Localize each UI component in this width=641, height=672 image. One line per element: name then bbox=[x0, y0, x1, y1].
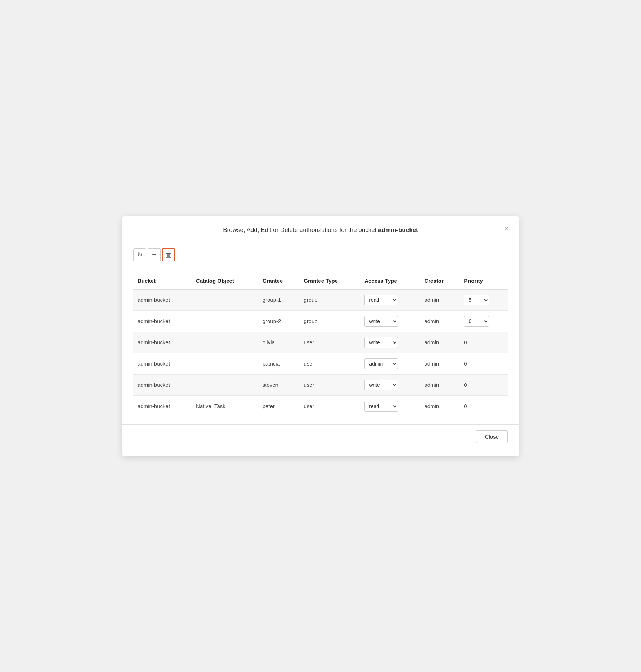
col-access-type: Access Type bbox=[360, 273, 420, 289]
cell-creator: admin bbox=[420, 353, 460, 374]
cell-access-type: readwriteadmin bbox=[360, 289, 420, 311]
cell-creator: admin bbox=[420, 310, 460, 332]
cell-grantee: steven bbox=[258, 374, 300, 395]
cell-grantee: peter bbox=[258, 395, 300, 417]
cell-grantee: group-2 bbox=[258, 310, 300, 332]
col-grantee-type: Grantee Type bbox=[299, 273, 360, 289]
cell-grantee-type: user bbox=[299, 332, 360, 353]
dialog-close-button[interactable]: × bbox=[501, 224, 511, 234]
cell-bucket: admin-bucket bbox=[133, 332, 192, 353]
refresh-button[interactable] bbox=[133, 248, 146, 261]
dialog-header: Browse, Add, Edit or Delete authorizatio… bbox=[122, 216, 519, 241]
cell-creator: admin bbox=[420, 374, 460, 395]
access-type-select[interactable]: readwriteadmin bbox=[364, 337, 398, 348]
cell-creator: admin bbox=[420, 289, 460, 311]
access-type-select[interactable]: readwriteadmin bbox=[364, 295, 398, 305]
cell-catalog-object bbox=[192, 374, 258, 395]
cell-grantee-type: user bbox=[299, 395, 360, 417]
cell-catalog-object: Native_Task bbox=[192, 395, 258, 417]
table-container: Bucket Catalog Object Grantee Grantee Ty… bbox=[122, 269, 519, 424]
col-priority: Priority bbox=[460, 273, 508, 289]
cell-creator: admin bbox=[420, 395, 460, 417]
table-header-row: Bucket Catalog Object Grantee Grantee Ty… bbox=[133, 273, 508, 289]
title-prefix: Browse, Add, Edit or Delete authorizatio… bbox=[223, 227, 378, 233]
priority-select[interactable]: 012345678910 bbox=[464, 295, 489, 305]
cell-access-type: readwriteadmin bbox=[360, 332, 420, 353]
table-row: admin-bucketstevenuserreadwriteadminadmi… bbox=[133, 374, 508, 395]
cell-access-type: readwriteadmin bbox=[360, 374, 420, 395]
priority-select[interactable]: 012345678910 bbox=[464, 316, 489, 327]
cell-grantee-type: group bbox=[299, 310, 360, 332]
cell-catalog-object bbox=[192, 289, 258, 311]
cell-priority: 0 bbox=[460, 332, 508, 353]
cell-catalog-object bbox=[192, 332, 258, 353]
table-row: admin-bucketgroup-1groupreadwriteadminad… bbox=[133, 289, 508, 311]
dialog-title: Browse, Add, Edit or Delete authorizatio… bbox=[223, 227, 418, 233]
cell-priority: 012345678910 bbox=[460, 310, 508, 332]
col-grantee: Grantee bbox=[258, 273, 300, 289]
refresh-icon bbox=[137, 251, 142, 259]
cell-grantee-type: group bbox=[299, 289, 360, 311]
access-type-select[interactable]: readwriteadmin bbox=[364, 401, 398, 412]
cell-grantee: patricia bbox=[258, 353, 300, 374]
cell-bucket: admin-bucket bbox=[133, 310, 192, 332]
cell-grantee-type: user bbox=[299, 374, 360, 395]
access-type-select[interactable]: readwriteadmin bbox=[364, 316, 398, 327]
cell-access-type: readwriteadmin bbox=[360, 395, 420, 417]
cell-bucket: admin-bucket bbox=[133, 353, 192, 374]
add-button[interactable] bbox=[148, 248, 161, 261]
cell-access-type: readwriteadmin bbox=[360, 353, 420, 374]
plus-icon bbox=[152, 251, 156, 259]
cell-priority: 0 bbox=[460, 395, 508, 417]
cell-creator: admin bbox=[420, 332, 460, 353]
trash-icon bbox=[166, 252, 171, 258]
access-type-select[interactable]: readwriteadmin bbox=[364, 380, 398, 390]
cell-priority: 0 bbox=[460, 353, 508, 374]
cell-grantee: group-1 bbox=[258, 289, 300, 311]
col-creator: Creator bbox=[420, 273, 460, 289]
cell-bucket: admin-bucket bbox=[133, 374, 192, 395]
cell-bucket: admin-bucket bbox=[133, 289, 192, 311]
table-row: admin-bucketpatriciauserreadwriteadminad… bbox=[133, 353, 508, 374]
table-body: admin-bucketgroup-1groupreadwriteadminad… bbox=[133, 289, 508, 417]
dialog-footer: Close bbox=[122, 424, 519, 449]
authorization-dialog: Browse, Add, Edit or Delete authorizatio… bbox=[122, 216, 519, 456]
table-row: admin-bucketNative_Taskpeteruserreadwrit… bbox=[133, 395, 508, 417]
cell-bucket: admin-bucket bbox=[133, 395, 192, 417]
table-row: admin-bucketoliviauserreadwriteadminadmi… bbox=[133, 332, 508, 353]
cell-grantee: olivia bbox=[258, 332, 300, 353]
toolbar bbox=[122, 241, 519, 269]
access-type-select[interactable]: readwriteadmin bbox=[364, 358, 398, 369]
cell-priority: 0 bbox=[460, 374, 508, 395]
col-bucket: Bucket bbox=[133, 273, 192, 289]
table-row: admin-bucketgroup-2groupreadwriteadminad… bbox=[133, 310, 508, 332]
delete-button[interactable] bbox=[162, 248, 175, 261]
authorizations-table: Bucket Catalog Object Grantee Grantee Ty… bbox=[133, 273, 508, 417]
bucket-name: admin-bucket bbox=[378, 227, 418, 233]
cell-catalog-object bbox=[192, 310, 258, 332]
cell-priority: 012345678910 bbox=[460, 289, 508, 311]
cell-catalog-object bbox=[192, 353, 258, 374]
cell-access-type: readwriteadmin bbox=[360, 310, 420, 332]
cell-grantee-type: user bbox=[299, 353, 360, 374]
col-catalog-object: Catalog Object bbox=[192, 273, 258, 289]
footer-close-button[interactable]: Close bbox=[476, 430, 508, 443]
